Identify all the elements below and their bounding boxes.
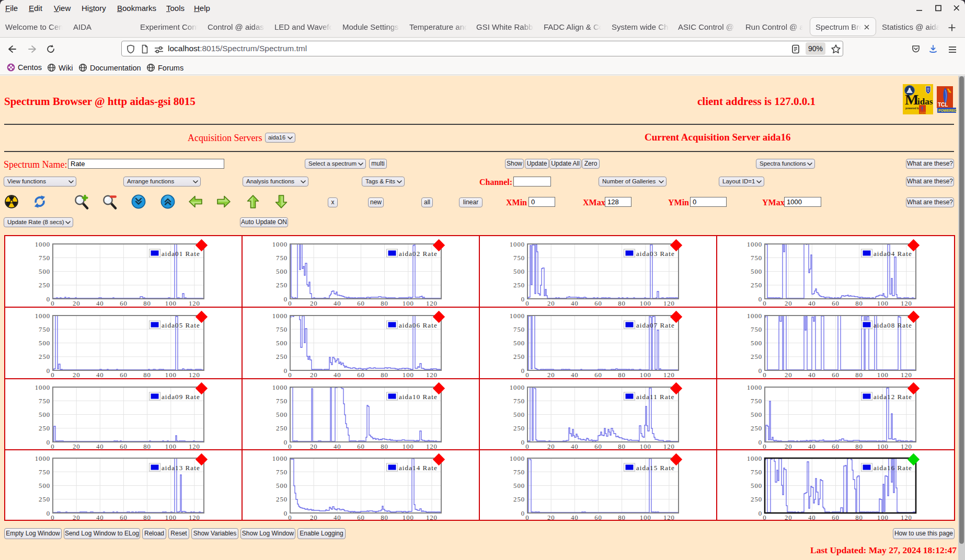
svg-text:0: 0 [51, 514, 54, 521]
svg-text:1000: 1000 [35, 241, 50, 248]
svg-text:120: 120 [189, 300, 200, 307]
svg-text:0: 0 [47, 510, 50, 517]
svg-text:powered by: powered by [905, 107, 920, 110]
svg-text:100: 100 [640, 514, 651, 521]
svg-text:120: 120 [426, 300, 438, 307]
svg-text:0: 0 [288, 514, 292, 521]
svg-text:60: 60 [832, 300, 840, 307]
svg-text:1000: 1000 [747, 241, 762, 248]
svg-text:100: 100 [165, 514, 177, 521]
svg-text:120: 120 [901, 514, 912, 521]
svg-text:40: 40 [808, 371, 816, 378]
svg-text:250: 250 [276, 282, 288, 289]
svg-text:100: 100 [403, 443, 414, 450]
svg-text:60: 60 [594, 443, 602, 450]
svg-text:120: 120 [426, 443, 438, 450]
svg-text:120: 120 [901, 443, 912, 450]
svg-text:40: 40 [96, 371, 104, 378]
svg-text:750: 750 [513, 469, 525, 476]
svg-text:250: 250 [39, 425, 50, 432]
svg-text:60: 60 [120, 443, 128, 450]
svg-text:100: 100 [403, 300, 414, 307]
svg-text:40: 40 [96, 300, 104, 307]
svg-text:500: 500 [513, 340, 525, 347]
svg-text:80: 80 [381, 443, 388, 450]
svg-text:aida12 Rate: aida12 Rate [874, 393, 912, 401]
svg-text:aida13 Rate: aida13 Rate [162, 464, 200, 472]
svg-text:120: 120 [663, 300, 675, 307]
svg-text:120: 120 [426, 371, 438, 378]
svg-text:1000: 1000 [510, 312, 525, 320]
svg-text:120: 120 [426, 514, 438, 521]
svg-text:20: 20 [310, 371, 318, 378]
svg-text:20: 20 [785, 443, 792, 450]
svg-text:1000: 1000 [747, 312, 762, 320]
svg-text:500: 500 [276, 411, 288, 418]
svg-text:250: 250 [276, 496, 288, 503]
svg-text:60: 60 [357, 371, 365, 378]
svg-text:250: 250 [39, 496, 50, 503]
svg-text:0: 0 [51, 443, 54, 450]
svg-text:250: 250 [39, 282, 50, 289]
svg-text:100: 100 [640, 443, 651, 450]
svg-text:500: 500 [751, 340, 762, 347]
svg-text:750: 750 [513, 398, 525, 405]
svg-text:40: 40 [334, 371, 341, 378]
svg-text:500: 500 [751, 411, 762, 418]
svg-text:aida16 Rate: aida16 Rate [874, 464, 912, 472]
svg-text:80: 80 [855, 443, 863, 450]
svg-text:80: 80 [381, 514, 388, 521]
svg-text:80: 80 [618, 371, 626, 378]
svg-text:60: 60 [594, 514, 602, 521]
svg-text:60: 60 [594, 300, 602, 307]
svg-text:40: 40 [334, 443, 341, 450]
svg-text:40: 40 [808, 514, 816, 521]
svg-text:aida06 Rate: aida06 Rate [399, 321, 438, 329]
svg-text:750: 750 [39, 254, 50, 262]
svg-text:20: 20 [310, 300, 318, 307]
svg-text:500: 500 [276, 268, 288, 275]
svg-text:aida01 Rate: aida01 Rate [162, 250, 200, 258]
svg-text:250: 250 [276, 425, 288, 432]
svg-text:80: 80 [143, 371, 151, 378]
svg-text:500: 500 [39, 340, 50, 347]
svg-text:750: 750 [276, 469, 288, 476]
svg-text:aida07 Rate: aida07 Rate [636, 321, 675, 329]
svg-text:80: 80 [381, 300, 388, 307]
svg-text:750: 750 [513, 254, 525, 262]
svg-text:aida11 Rate: aida11 Rate [636, 393, 674, 401]
svg-text:500: 500 [751, 268, 762, 275]
svg-text:120: 120 [663, 514, 675, 521]
svg-text:1000: 1000 [510, 455, 525, 462]
svg-text:60: 60 [357, 514, 365, 521]
svg-text:20: 20 [785, 371, 792, 378]
svg-text:120: 120 [901, 371, 912, 378]
svg-text:120: 120 [663, 443, 675, 450]
svg-text:500: 500 [513, 268, 525, 275]
svg-text:80: 80 [855, 300, 863, 307]
svg-text:120: 120 [189, 443, 200, 450]
svg-text:20: 20 [547, 371, 555, 378]
svg-text:40: 40 [334, 514, 341, 521]
svg-text:60: 60 [120, 371, 128, 378]
svg-text:aida08 Rate: aida08 Rate [874, 321, 912, 329]
svg-text:80: 80 [618, 514, 626, 521]
svg-text:80: 80 [381, 371, 388, 378]
svg-text:aida10 Rate: aida10 Rate [399, 393, 438, 401]
svg-text:250: 250 [751, 282, 762, 289]
svg-text:80: 80 [143, 300, 151, 307]
svg-text:1000: 1000 [747, 455, 762, 462]
svg-text:1000: 1000 [35, 455, 50, 462]
svg-text:40: 40 [96, 443, 104, 450]
svg-text:250: 250 [513, 425, 525, 432]
svg-text:60: 60 [357, 300, 365, 307]
svg-text:1000: 1000 [510, 241, 525, 248]
svg-text:1000: 1000 [272, 384, 288, 391]
svg-text:20: 20 [547, 443, 555, 450]
svg-text:100: 100 [877, 443, 889, 450]
svg-text:40: 40 [808, 300, 816, 307]
svg-text:100: 100 [165, 443, 177, 450]
svg-text:250: 250 [751, 496, 762, 503]
svg-text:120: 120 [189, 371, 200, 378]
svg-text:0: 0 [288, 371, 292, 378]
